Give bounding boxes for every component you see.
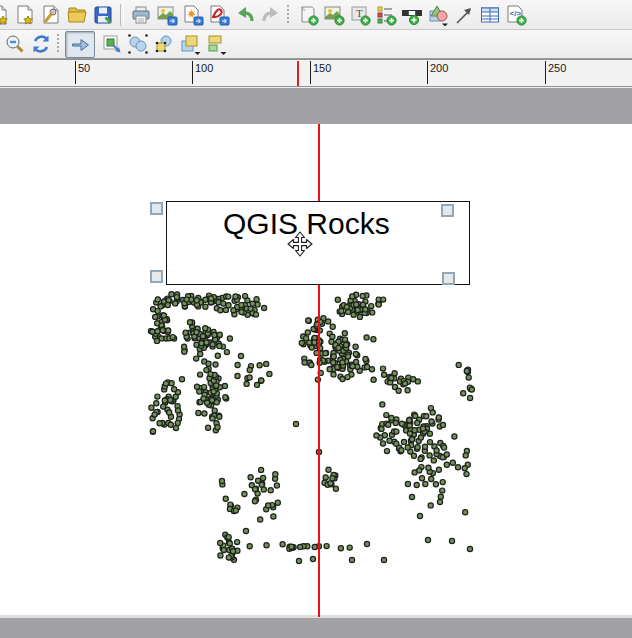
resize-handle[interactable] — [442, 272, 455, 285]
horizontal-ruler[interactable]: 50100150200250 — [0, 59, 632, 87]
resize-handle[interactable] — [441, 204, 454, 217]
ruler-tick — [75, 61, 76, 84]
ruler-tick — [310, 61, 311, 84]
export-pdf-icon[interactable] — [206, 2, 232, 28]
composer-workspace[interactable] — [0, 88, 632, 638]
export-svg-icon[interactable] — [180, 2, 206, 28]
group-items-icon[interactable] — [125, 31, 151, 57]
resize-handle[interactable] — [150, 202, 163, 215]
ruler-tick-label: 200 — [430, 62, 448, 74]
ruler-tick-label: 150 — [313, 62, 331, 74]
resize-handle[interactable] — [150, 270, 163, 283]
composer-main-toolbar: T </> — [0, 0, 632, 30]
ruler-tick — [427, 61, 428, 84]
add-shape-icon[interactable] — [425, 2, 451, 28]
select-move-item-button[interactable] — [65, 31, 95, 58]
add-arrow-icon[interactable] — [451, 2, 477, 28]
add-image-icon[interactable] — [321, 2, 347, 28]
refresh-icon[interactable] — [28, 31, 54, 57]
align-items-icon[interactable] — [203, 31, 229, 57]
qgis-print-composer-window: { "toolbar_main": { "icons": ["new-compo… — [0, 0, 632, 638]
add-html-icon[interactable]: </> — [503, 2, 529, 28]
paper-bottom-edge — [0, 615, 632, 618]
print-icon[interactable] — [128, 2, 154, 28]
move-cursor-icon — [287, 231, 313, 257]
export-image-icon[interactable] — [154, 2, 180, 28]
toolbar-separator — [120, 4, 124, 26]
toolbar-grip[interactable] — [56, 34, 61, 54]
zoom-out-icon[interactable] — [2, 31, 28, 57]
ungroup-items-icon[interactable] — [151, 31, 177, 57]
ruler-pointer-marker — [297, 61, 299, 86]
label-item[interactable]: QGIS Rocks — [166, 201, 470, 285]
add-legend-icon[interactable] — [373, 2, 399, 28]
duplicate-composition-icon[interactable] — [12, 2, 38, 28]
undo-icon[interactable] — [232, 2, 258, 28]
raise-items-icon[interactable] — [177, 31, 203, 57]
add-map-icon[interactable] — [295, 2, 321, 28]
ruler-tick — [545, 61, 546, 84]
paper-page[interactable] — [0, 124, 632, 616]
new-composition-icon[interactable] — [0, 2, 12, 28]
open-folder-icon[interactable] — [64, 2, 90, 28]
toolbar-grip[interactable] — [286, 5, 291, 25]
add-label-icon[interactable]: T — [347, 2, 373, 28]
guide-line[interactable] — [318, 124, 320, 617]
ruler-tick-label: 250 — [548, 62, 566, 74]
ruler-tick-label: 100 — [195, 62, 213, 74]
add-attribute-table-icon[interactable] — [477, 2, 503, 28]
ruler-tick — [192, 61, 193, 84]
composer-edit-toolbar — [0, 30, 632, 59]
redo-icon[interactable] — [258, 2, 284, 28]
ruler-tick-label: 50 — [78, 62, 90, 74]
add-scalebar-icon[interactable] — [399, 2, 425, 28]
save-icon[interactable] — [90, 2, 116, 28]
composition-manager-icon[interactable] — [38, 2, 64, 28]
move-item-content-icon[interactable] — [99, 31, 125, 57]
